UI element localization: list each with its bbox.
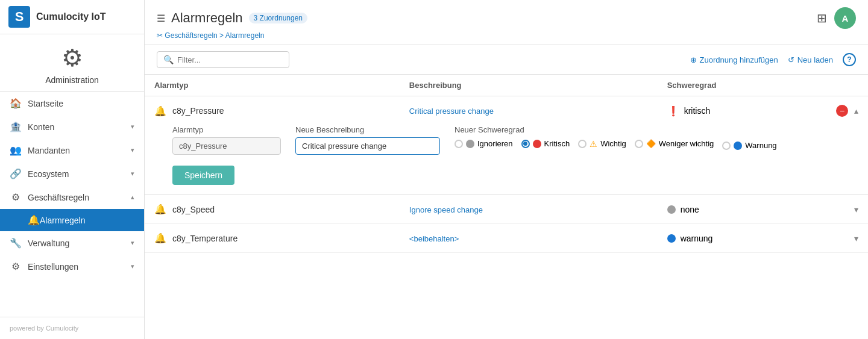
severity-option-warnung[interactable]: Warnung bbox=[722, 141, 776, 150]
bell-icon: 🔔 bbox=[154, 204, 166, 215]
reload-icon: ↺ bbox=[788, 55, 794, 64]
warnung-label: Warnung bbox=[745, 141, 776, 150]
chevron-down-icon[interactable]: ▾ bbox=[854, 234, 858, 243]
table-row: 🔔 c8y_Pressure Critical pressure change … bbox=[145, 96, 868, 126]
assignments-badge: 3 Zuordnungen bbox=[249, 13, 307, 23]
logo-area: S Cumulocity IoT bbox=[0, 0, 144, 34]
bell-nav-icon: 🔔 bbox=[28, 214, 40, 226]
sidebar-item-konten[interactable]: 🏦 Konten ▾ bbox=[0, 115, 144, 138]
breadcrumb: ✂ Geschäftsregeln > Alarmregeln bbox=[157, 31, 856, 40]
chevron-up-icon: ▴ bbox=[131, 193, 134, 201]
new-severity-label: Neuer Schweregrad bbox=[454, 125, 858, 134]
admin-section: ⚙ Administration bbox=[0, 34, 144, 92]
app-name: Cumulocity IoT bbox=[36, 11, 106, 22]
chevron-down-icon: ▾ bbox=[131, 263, 134, 270]
new-desc-label: Neue Beschreibung bbox=[295, 125, 440, 134]
tenants-icon: 👥 bbox=[10, 145, 22, 156]
severity-exclamation-icon: ❗ bbox=[667, 105, 679, 117]
search-box[interactable]: 🔍 bbox=[157, 51, 289, 68]
chevron-up-icon[interactable]: ▴ bbox=[854, 106, 858, 116]
ecosystem-icon: 🔗 bbox=[10, 168, 22, 179]
accounts-icon: 🏦 bbox=[10, 121, 22, 132]
search-icon: 🔍 bbox=[163, 55, 174, 64]
breadcrumb-icon: ✂ bbox=[157, 31, 163, 40]
reload-button[interactable]: ↺ Neu laden bbox=[788, 55, 833, 64]
settings-icon: ⚙ bbox=[10, 261, 22, 272]
kritisch-label: Kritisch bbox=[544, 139, 570, 148]
alarm-type-value: c8y_Temperature bbox=[172, 234, 237, 243]
breadcrumb-current: Alarmregeln bbox=[225, 31, 265, 40]
sidebar-item-label: Mandanten bbox=[28, 146, 70, 155]
sidebar-item-einstellungen[interactable]: ⚙ Einstellungen ▾ bbox=[0, 255, 144, 278]
main-content: ☰ Alarmregeln 3 Zuordnungen ⊞ A ✂ Geschä… bbox=[145, 0, 868, 339]
sidebar-item-verwaltung[interactable]: 🔧 Verwaltung ▾ bbox=[0, 231, 144, 255]
ignorieren-label: Ignorieren bbox=[477, 139, 513, 148]
bell-icon: 🔔 bbox=[154, 232, 166, 244]
rules-icon: ⚙ bbox=[10, 191, 22, 203]
alarmtyp-form-label: Alarmtyp bbox=[172, 125, 281, 134]
severity-option-ignorieren[interactable]: Ignorieren bbox=[454, 139, 513, 148]
logo-icon: S bbox=[8, 6, 30, 28]
weniger-label: Weniger wichtig bbox=[659, 139, 714, 148]
hamburger-icon[interactable]: ☰ bbox=[157, 13, 165, 24]
page-header: ☰ Alarmregeln 3 Zuordnungen ⊞ A ✂ Geschä… bbox=[145, 0, 868, 45]
description-text[interactable]: <beibehalten> bbox=[409, 234, 459, 243]
ignorieren-badge bbox=[466, 140, 474, 148]
sidebar-item-startseite[interactable]: 🏠 Startseite bbox=[0, 92, 144, 115]
save-button[interactable]: Speichern bbox=[172, 166, 234, 185]
sidebar-item-label: Alarmregeln bbox=[40, 216, 85, 225]
sidebar-item-label: Ecosystem bbox=[28, 169, 69, 179]
chevron-down-icon: ▾ bbox=[131, 170, 134, 178]
chevron-down-icon: ▾ bbox=[131, 239, 134, 247]
description-text[interactable]: Critical pressure change bbox=[409, 107, 494, 116]
col-alarmtyp: Alarmtyp bbox=[145, 75, 400, 96]
page-title: Alarmregeln bbox=[171, 10, 243, 26]
severity-dot bbox=[667, 205, 676, 214]
severity-dot bbox=[667, 234, 676, 243]
alarmtyp-input bbox=[172, 137, 281, 155]
new-desc-input[interactable] bbox=[295, 137, 440, 155]
kritisch-badge bbox=[533, 140, 541, 148]
severity-option-kritisch[interactable]: Kritisch bbox=[521, 139, 570, 148]
severity-option-weniger[interactable]: 🔶 Weniger wichtig bbox=[635, 139, 714, 148]
remove-button[interactable]: − bbox=[836, 105, 848, 117]
sidebar-item-ecosystem[interactable]: 🔗 Ecosystem ▾ bbox=[0, 162, 144, 185]
sidebar-item-label: Startseite bbox=[28, 99, 63, 108]
home-icon: 🏠 bbox=[10, 98, 22, 109]
severity-option-wichtig[interactable]: ⚠ Wichtig bbox=[578, 139, 626, 149]
alarm-rules-table: Alarmtyp Beschreibung Schweregrad 🔔 c8y_… bbox=[145, 75, 868, 339]
severity-label: kritisch bbox=[684, 106, 711, 116]
sidebar-item-geschaeftsregeln[interactable]: ⚙ Geschäftsregeln ▴ bbox=[0, 185, 144, 209]
alarm-type-value: c8y_Speed bbox=[172, 205, 215, 214]
chevron-down-icon: ▾ bbox=[131, 123, 134, 131]
user-avatar[interactable]: A bbox=[834, 7, 856, 29]
sidebar-item-label: Geschäftsregeln bbox=[28, 193, 89, 202]
sidebar-item-label: Konten bbox=[28, 122, 54, 132]
add-assignment-button[interactable]: ⊕ Zuordnung hinzufügen bbox=[690, 55, 778, 64]
table-row: 🔔 c8y_Speed Ignore speed change none bbox=[145, 195, 868, 224]
col-beschreibung: Beschreibung bbox=[400, 75, 658, 96]
diamond-icon: 🔶 bbox=[646, 139, 656, 148]
col-schweregrad: Schweregrad bbox=[658, 75, 868, 96]
wichtig-label: Wichtig bbox=[600, 139, 626, 148]
breadcrumb-parent[interactable]: Geschäftsregeln bbox=[165, 31, 217, 40]
grid-icon[interactable]: ⊞ bbox=[817, 11, 827, 25]
search-input[interactable] bbox=[177, 55, 283, 64]
sidebar-item-alarmregeln[interactable]: 🔔 Alarmregeln bbox=[0, 209, 144, 231]
description-text[interactable]: Ignore speed change bbox=[409, 205, 483, 214]
severity-label: none bbox=[681, 205, 699, 214]
plus-icon: ⊕ bbox=[690, 55, 697, 64]
sidebar: S Cumulocity IoT ⚙ Administration 🏠 Star… bbox=[0, 0, 145, 339]
warning-triangle-icon: ⚠ bbox=[590, 139, 597, 149]
sidebar-item-label: Verwaltung bbox=[28, 238, 69, 248]
sidebar-item-label: Einstellungen bbox=[28, 262, 78, 272]
sidebar-item-mandanten[interactable]: 👥 Mandanten ▾ bbox=[0, 138, 144, 162]
breadcrumb-separator: > bbox=[219, 31, 224, 40]
expanded-form-row: Alarmtyp Neue Beschreibung Neuer Schwere… bbox=[145, 125, 868, 195]
sidebar-footer: powered by Cumulocity bbox=[0, 317, 144, 339]
help-button[interactable]: ? bbox=[843, 53, 856, 66]
alarm-type-value: c8y_Pressure bbox=[172, 106, 224, 116]
chevron-down-icon: ▾ bbox=[131, 146, 134, 154]
chevron-down-icon[interactable]: ▾ bbox=[854, 205, 858, 214]
warnung-badge bbox=[734, 142, 742, 150]
